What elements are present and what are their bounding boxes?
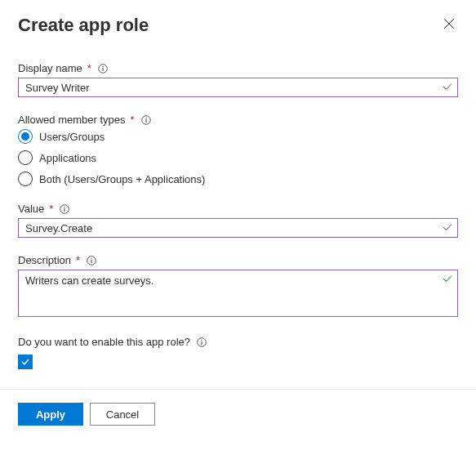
value-label: Value — [18, 203, 44, 215]
radio-both[interactable]: Both (Users/Groups + Applications) — [18, 172, 458, 186]
info-icon[interactable] — [98, 64, 108, 74]
info-icon[interactable] — [60, 204, 69, 214]
apply-button[interactable]: Apply — [18, 403, 83, 426]
checkmark-icon — [20, 357, 30, 367]
description-input[interactable] — [18, 270, 458, 317]
required-asterisk: * — [131, 114, 135, 126]
value-input[interactable] — [18, 218, 458, 238]
member-types-radio-group: Users/Groups Applications Both (Users/Gr… — [18, 129, 458, 186]
svg-point-4 — [145, 117, 146, 118]
radio-icon — [18, 150, 33, 165]
required-asterisk: * — [76, 254, 80, 266]
description-label: Description — [18, 254, 71, 266]
required-asterisk: * — [49, 203, 53, 215]
info-icon[interactable] — [141, 115, 151, 125]
radio-label: Users/Groups — [39, 131, 105, 143]
radio-icon — [18, 172, 33, 186]
required-asterisk: * — [87, 62, 91, 74]
svg-rect-8 — [65, 208, 65, 212]
svg-rect-11 — [91, 260, 91, 263]
svg-point-7 — [65, 206, 65, 207]
display-name-input[interactable] — [18, 78, 458, 97]
radio-users-groups[interactable]: Users/Groups — [18, 129, 458, 144]
close-button[interactable] — [440, 15, 458, 35]
member-types-label: Allowed member types — [18, 114, 126, 126]
info-icon[interactable] — [87, 256, 96, 265]
cancel-button[interactable]: Cancel — [90, 403, 155, 426]
close-icon — [443, 20, 455, 32]
svg-rect-5 — [145, 119, 146, 123]
info-icon[interactable] — [197, 337, 207, 347]
svg-point-1 — [102, 65, 103, 66]
page-title: Create app role — [18, 15, 149, 36]
svg-point-10 — [91, 257, 91, 258]
display-name-label: Display name — [18, 62, 82, 74]
svg-rect-2 — [102, 68, 103, 71]
svg-rect-14 — [201, 341, 202, 345]
enable-checkbox[interactable] — [18, 355, 33, 369]
radio-label: Both (Users/Groups + Applications) — [39, 173, 205, 185]
enable-label: Do you want to enable this app role? — [18, 336, 190, 348]
radio-icon — [18, 129, 33, 144]
svg-point-13 — [201, 339, 202, 340]
radio-applications[interactable]: Applications — [18, 150, 458, 165]
radio-label: Applications — [39, 152, 96, 164]
